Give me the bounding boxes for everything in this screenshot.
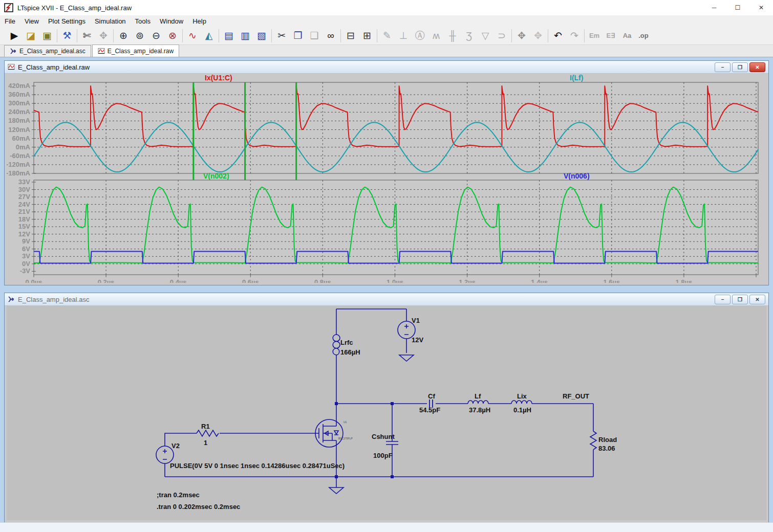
zoom-out-button[interactable]: ⊖ xyxy=(148,28,164,43)
lf-value: 37.8µH xyxy=(469,406,490,414)
app-minimize-button[interactable]: ─ xyxy=(702,0,726,15)
x-axis-labels[interactable]: 0.0µs0.2µs0.4µs0.6µs0.8µs1.0µs1.2µs1.4µs… xyxy=(26,275,756,283)
zoom-full-button[interactable]: ⊗ xyxy=(164,28,181,43)
cut-button[interactable]: ✂ xyxy=(273,28,290,43)
schematic-close-button[interactable]: ✕ xyxy=(749,295,765,304)
trace-ix-u1c[interactable] xyxy=(7,86,766,147)
component-rload[interactable] xyxy=(590,431,596,453)
diode-button: ▽ xyxy=(477,28,493,43)
zoom-in-button[interactable]: ⊕ xyxy=(115,28,132,43)
schematic-window-titlebar[interactable]: E_Class_amp_ideal.asc – ❐ ✕ xyxy=(5,293,768,306)
waveform-plot[interactable]: 0.0µs0.2µs0.4µs0.6µs0.8µs1.0µs1.2µs1.4µs… xyxy=(7,74,766,283)
menu-window[interactable]: Window xyxy=(155,15,188,27)
y-tick-label: 24V xyxy=(18,201,30,208)
app-titlebar[interactable]: LTspice XVII - E_Class_amp_ideal.raw ─ ☐… xyxy=(0,0,773,16)
control-panel-button[interactable]: ⚒ xyxy=(59,28,75,43)
copy-button[interactable]: ❐ xyxy=(290,28,306,43)
pane-setup-button[interactable]: ◭ xyxy=(201,28,217,43)
component-v2[interactable] xyxy=(156,446,174,463)
zoom-back-button[interactable]: ⊚ xyxy=(132,28,148,43)
find-button[interactable]: ∞ xyxy=(323,28,339,43)
autorange-button[interactable]: ∿ xyxy=(184,28,201,43)
open-button[interactable]: ◪ xyxy=(23,28,39,43)
spice-directive-button: .op xyxy=(635,28,652,43)
schematic-minimize-button[interactable]: – xyxy=(715,295,731,304)
menu-tools[interactable]: Tools xyxy=(131,15,155,27)
tab-waveform[interactable]: E_Class_amp_ideal.raw xyxy=(92,45,179,57)
y-tick-label: 0mA xyxy=(16,143,31,151)
rload-value: 83.06 xyxy=(598,445,615,452)
schematic-window: E_Class_amp_ideal.asc – ❐ ✕ xyxy=(4,293,769,523)
menu-plot-settings[interactable]: Plot Settings xyxy=(44,15,90,27)
toolbar-separator xyxy=(77,29,77,42)
component-lrfc[interactable] xyxy=(333,335,340,355)
lf-name: Lf xyxy=(475,392,481,400)
waveform-window-titlebar[interactable]: E_Class_amp_ideal.raw – ❐ ✕ xyxy=(5,61,768,74)
waveform-file-icon xyxy=(8,64,15,70)
toolbar-separator xyxy=(548,29,548,42)
cascade-button[interactable]: ▧ xyxy=(253,28,270,43)
ground-button: ⊥ xyxy=(395,28,412,43)
print-button[interactable]: ⊟ xyxy=(342,28,359,43)
component-lf[interactable] xyxy=(468,401,488,404)
y-tick-label: 12V xyxy=(18,230,30,238)
component-lix[interactable] xyxy=(511,401,532,404)
cshunt-value: 100pF xyxy=(373,452,393,459)
autorange-icon: ∿ xyxy=(188,31,197,40)
statusbar xyxy=(0,522,773,532)
toolbar-separator xyxy=(57,29,57,42)
app-maximize-button[interactable]: ☐ xyxy=(726,0,749,15)
schematic-restore-button[interactable]: ❐ xyxy=(732,295,748,304)
cf-value: 54.5pF xyxy=(419,406,440,414)
schematic-file-icon xyxy=(10,48,17,54)
schematic-labels: V1 12V Lrfc 166µH R1 1 V2 PULSE(0V 5V 0 … xyxy=(157,317,617,511)
toolbar-separator xyxy=(511,29,512,42)
menu-simulation[interactable]: Simulation xyxy=(90,15,131,27)
app-close-button[interactable]: ✕ xyxy=(749,0,773,15)
u1-part: BSC170FLP xyxy=(338,437,353,440)
run-button[interactable]: ▶ xyxy=(6,28,23,43)
save-button[interactable]: ▣ xyxy=(39,28,55,43)
trace-label-ixu1c[interactable]: Ix(U1:C) xyxy=(205,74,232,82)
menu-help[interactable]: Help xyxy=(188,15,211,27)
trace-label-vn002[interactable]: V(n002) xyxy=(203,172,229,180)
ground-icon: ⊥ xyxy=(399,31,408,40)
schematic-canvas[interactable]: V1 12V Lrfc 166µH R1 1 V2 PULSE(0V 5V 0 … xyxy=(7,306,766,520)
voltage-pane-y-axis[interactable]: 33V30V27V24V21V18V15V12V9V6V3V0V-3V xyxy=(18,178,758,275)
r1-name: R1 xyxy=(201,423,210,430)
component-u1-mosfet[interactable] xyxy=(315,419,343,447)
y-tick-label: -180mA xyxy=(7,169,31,177)
printer-icon: ⊟ xyxy=(347,31,355,40)
waveform-plot-area[interactable]: 0.0µs0.2µs0.4µs0.6µs0.8µs1.0µs1.2µs1.4µs… xyxy=(7,74,766,283)
y-tick-label: -60mA xyxy=(10,152,30,160)
tile-horizontal-button[interactable]: ▤ xyxy=(221,28,237,43)
trace-label-vn006[interactable]: V(n006) xyxy=(564,172,590,180)
print-preview-button[interactable]: ⊞ xyxy=(359,28,375,43)
x-tick-label: 1.8µs xyxy=(676,278,693,283)
document-tabbar: E_Class_amp_ideal.asc E_Class_amp_ideal.… xyxy=(0,45,773,57)
inductor-button: Ʒ xyxy=(461,28,477,43)
capacitor-icon: ╫ xyxy=(449,31,456,40)
cascade-icon: ▧ xyxy=(257,31,266,40)
copy-icon: ❐ xyxy=(293,31,302,40)
tab-label: E_Class_amp_ideal.raw xyxy=(108,48,174,55)
move-text-icon: Em xyxy=(589,32,599,39)
tab-schematic[interactable]: E_Class_amp_ideal.asc xyxy=(4,45,91,57)
menu-view[interactable]: View xyxy=(20,15,44,27)
trace-label-ilf[interactable]: I(Lf) xyxy=(570,74,583,82)
y-tick-label: 21V xyxy=(18,208,30,215)
wave-restore-button[interactable]: ❐ xyxy=(732,62,748,72)
undo-button[interactable]: ↶ xyxy=(550,28,566,43)
component-r1[interactable] xyxy=(197,430,219,436)
wave-close-button[interactable]: ✕ xyxy=(749,62,765,72)
x-tick-label: 0.8µs xyxy=(314,278,331,283)
move-button: ✥ xyxy=(513,28,530,43)
wave-minimize-button[interactable]: – xyxy=(715,62,731,72)
zoom-full-icon: ⊗ xyxy=(168,31,177,40)
trace-vn006[interactable] xyxy=(27,252,766,263)
waveform-window-title: E_Class_amp_ideal.raw xyxy=(18,63,90,71)
halt-button[interactable]: ✄ xyxy=(79,28,95,43)
tile-vertical-button[interactable]: ▥ xyxy=(237,28,253,43)
menu-file[interactable]: File xyxy=(0,15,20,27)
y-tick-label: 360mA xyxy=(8,91,30,98)
